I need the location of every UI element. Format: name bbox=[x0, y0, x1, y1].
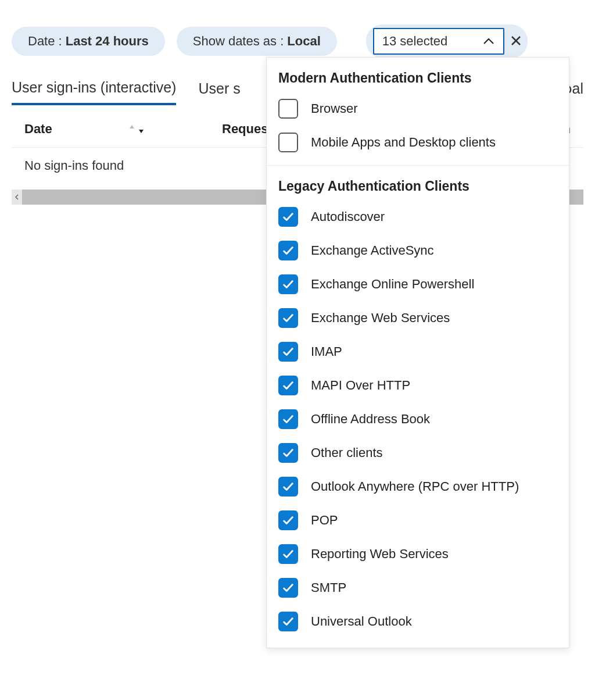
checkbox-icon[interactable] bbox=[278, 443, 298, 463]
checkbox-icon[interactable] bbox=[278, 241, 298, 260]
option-label: Exchange Online Powershell bbox=[311, 277, 474, 292]
filter-date-value: Last 24 hours bbox=[66, 34, 149, 49]
scroll-left-button[interactable] bbox=[12, 190, 22, 205]
option-row-modern-0[interactable]: Browser bbox=[267, 92, 569, 126]
option-label: Offline Address Book bbox=[311, 412, 430, 427]
option-label: SMTP bbox=[311, 580, 346, 595]
checkbox-icon[interactable] bbox=[278, 510, 298, 530]
option-label: Other clients bbox=[311, 445, 383, 460]
checkbox-icon[interactable] bbox=[278, 99, 298, 119]
option-row-legacy-12[interactable]: Universal Outlook bbox=[267, 605, 569, 638]
tab-user-signins-interactive[interactable]: User sign-ins (interactive) bbox=[12, 79, 176, 105]
filter-date-pill[interactable]: Date : Last 24 hours bbox=[12, 27, 165, 56]
checkbox-icon[interactable] bbox=[278, 477, 298, 497]
option-label: Outlook Anywhere (RPC over HTTP) bbox=[311, 479, 519, 494]
checkbox-icon[interactable] bbox=[278, 578, 298, 598]
checkbox-icon[interactable] bbox=[278, 612, 298, 631]
option-row-legacy-6[interactable]: Offline Address Book bbox=[267, 402, 569, 436]
group-title-modern: Modern Authentication Clients bbox=[267, 58, 569, 92]
checkbox-icon[interactable] bbox=[278, 308, 298, 328]
option-label: Browser bbox=[311, 101, 358, 116]
dropdown-panel: Modern Authentication Clients BrowserMob… bbox=[266, 57, 569, 648]
checkbox-icon[interactable] bbox=[278, 133, 298, 152]
option-label: MAPI Over HTTP bbox=[311, 378, 410, 393]
checkbox-icon[interactable] bbox=[278, 544, 298, 564]
chevron-up-icon bbox=[482, 35, 495, 48]
column-date[interactable]: Date bbox=[24, 122, 152, 137]
checkbox-icon[interactable] bbox=[278, 342, 298, 362]
filter-showdates-pill[interactable]: Show dates as : Local bbox=[177, 27, 337, 56]
option-row-modern-1[interactable]: Mobile Apps and Desktop clients bbox=[267, 126, 569, 159]
option-row-legacy-11[interactable]: SMTP bbox=[267, 571, 569, 605]
option-row-legacy-9[interactable]: POP bbox=[267, 503, 569, 537]
option-row-legacy-0[interactable]: Autodiscover bbox=[267, 200, 569, 234]
group-title-legacy: Legacy Authentication Clients bbox=[267, 165, 569, 200]
filters-row: Date : Last 24 hours Show dates as : Loc… bbox=[0, 0, 595, 58]
option-label: Reporting Web Services bbox=[311, 547, 449, 562]
selection-dropdown-label: 13 selected bbox=[382, 34, 448, 49]
option-label: POP bbox=[311, 513, 338, 528]
column-date-label: Date bbox=[24, 122, 52, 137]
selection-dropdown-button[interactable]: 13 selected bbox=[373, 28, 505, 55]
option-label: Universal Outlook bbox=[311, 614, 412, 629]
checkbox-icon[interactable] bbox=[278, 207, 298, 227]
checkbox-icon[interactable] bbox=[278, 409, 298, 429]
checkbox-icon[interactable] bbox=[278, 274, 298, 294]
option-label: Mobile Apps and Desktop clients bbox=[311, 135, 496, 150]
option-row-legacy-5[interactable]: MAPI Over HTTP bbox=[267, 369, 569, 402]
option-label: Autodiscover bbox=[311, 209, 385, 224]
filter-date-prefix: Date : bbox=[28, 34, 62, 49]
option-row-legacy-1[interactable]: Exchange ActiveSync bbox=[267, 234, 569, 267]
checkbox-icon[interactable] bbox=[278, 376, 298, 395]
filter-selection-pill: 13 selected bbox=[366, 24, 528, 58]
tab-partial-second[interactable]: User s bbox=[198, 80, 240, 104]
filter-showdates-prefix: Show dates as : bbox=[193, 34, 284, 49]
sort-icon bbox=[128, 124, 145, 134]
option-row-legacy-8[interactable]: Outlook Anywhere (RPC over HTTP) bbox=[267, 470, 569, 503]
option-label: Exchange Web Services bbox=[311, 310, 450, 326]
close-icon[interactable] bbox=[510, 32, 522, 51]
option-row-legacy-7[interactable]: Other clients bbox=[267, 436, 569, 470]
filter-showdates-value: Local bbox=[287, 34, 320, 49]
option-row-legacy-3[interactable]: Exchange Web Services bbox=[267, 301, 569, 335]
option-label: IMAP bbox=[311, 344, 342, 359]
option-label: Exchange ActiveSync bbox=[311, 243, 434, 258]
option-row-legacy-2[interactable]: Exchange Online Powershell bbox=[267, 267, 569, 301]
option-row-legacy-10[interactable]: Reporting Web Services bbox=[267, 537, 569, 571]
option-row-legacy-4[interactable]: IMAP bbox=[267, 335, 569, 369]
